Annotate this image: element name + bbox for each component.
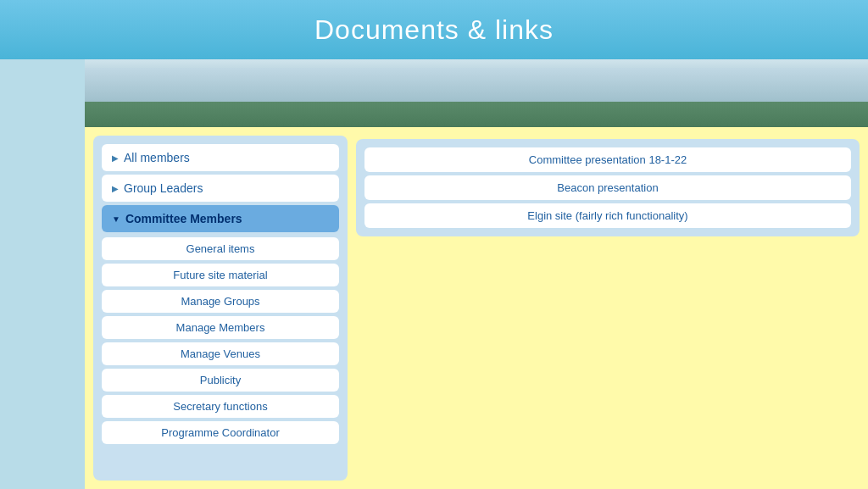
right-column: Committee presentation 18-1-22 Beacon pr…: [356, 136, 860, 481]
nav-item-group-leaders-label: Group Leaders: [124, 181, 203, 195]
page-title: Documents & links: [314, 14, 554, 46]
photo-banner: [85, 59, 868, 127]
nav-item-all-members-label: All members: [124, 151, 190, 164]
sub-item-manage-venues[interactable]: Manage Venues: [102, 342, 339, 365]
nav-column: ▶ All members ▶ Group Leaders ▼ Committe…: [93, 136, 348, 481]
nav-item-group-leaders[interactable]: ▶ Group Leaders: [102, 175, 339, 202]
sub-item-manage-members[interactable]: Manage Members: [102, 316, 339, 339]
nav-item-committee-members[interactable]: ▼ Committee Members: [102, 205, 339, 232]
sub-item-general-items[interactable]: General items: [102, 237, 339, 260]
arrow-icon-group-leaders: ▶: [112, 184, 119, 193]
sub-items-list: General items Future site material Manag…: [102, 236, 339, 446]
page-header: Documents & links: [0, 0, 868, 59]
center-content: ▶ All members ▶ Group Leaders ▼ Committe…: [85, 59, 868, 489]
left-panel: [0, 59, 85, 489]
sub-item-secretary-functions[interactable]: Secretary functions: [102, 395, 339, 418]
sub-item-manage-groups[interactable]: Manage Groups: [102, 290, 339, 313]
right-panel: Committee presentation 18-1-22 Beacon pr…: [356, 139, 860, 236]
nav-item-all-members[interactable]: ▶ All members: [102, 144, 339, 171]
right-link-elgin-site[interactable]: Elgin site (fairly rich functionality): [364, 203, 851, 228]
sub-item-future-site-material[interactable]: Future site material: [102, 264, 339, 286]
sub-item-programme-coordinator[interactable]: Programme Coordinator: [102, 421, 339, 444]
sub-item-publicity[interactable]: Publicity: [102, 369, 339, 392]
nav-item-committee-members-label: Committee Members: [125, 212, 242, 225]
right-link-committee-presentation[interactable]: Committee presentation 18-1-22: [364, 147, 851, 172]
main-content: ▶ All members ▶ Group Leaders ▼ Committe…: [0, 59, 868, 489]
photo-banner-inner: [85, 59, 868, 127]
arrow-icon-all-members: ▶: [112, 153, 119, 163]
right-link-beacon-presentation[interactable]: Beacon presentation: [364, 175, 851, 200]
yellow-area: ▶ All members ▶ Group Leaders ▼ Committe…: [85, 127, 868, 489]
arrow-icon-committee-members: ▼: [112, 214, 120, 224]
